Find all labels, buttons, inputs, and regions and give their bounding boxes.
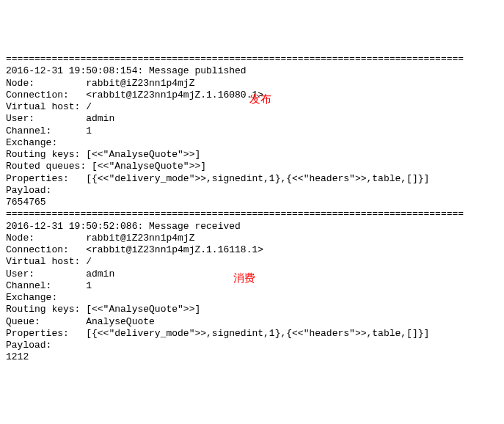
field-line: Node: rabbit@iZ23nn1p4mjZ — [6, 233, 498, 244]
field-line: Payload: — [6, 340, 498, 351]
field-line: Properties: [{<<"delivery_mode">>,signed… — [6, 328, 498, 340]
field-line: User: admin — [6, 113, 498, 125]
field-line: Routing keys: [<<"AnalyseQuote">>] — [6, 304, 498, 315]
payload-line: 7654765 — [6, 197, 498, 208]
event-header-line: 2016-12-31 19:50:08:154: Message publish… — [6, 65, 498, 77]
field-line: Payload: — [6, 185, 498, 197]
field-line: Virtual host: / — [6, 256, 498, 268]
separator-line: ========================================… — [6, 54, 498, 65]
separator-line: ========================================… — [6, 208, 498, 220]
event-header-line: 2016-12-31 19:50:52:086: Message receive… — [6, 221, 498, 233]
field-line: Connection: <rabbit@iZ23nn1p4mjZ.1.16118… — [6, 244, 498, 256]
field-line: Queue: AnalyseQuote — [6, 316, 498, 328]
field-line: Exchange: — [6, 292, 498, 304]
annotation-publish: 发布 — [249, 92, 271, 106]
field-line: Exchange: — [6, 137, 498, 149]
field-line: Routing keys: [<<"AnalyseQuote">>] — [6, 149, 498, 161]
field-line: Routed queues: [<<"AnalyseQuote">>] — [6, 161, 498, 172]
field-line: Properties: [{<<"delivery_mode">>,signed… — [6, 173, 498, 185]
annotation-consume: 消费 — [233, 271, 255, 285]
field-line: Node: rabbit@iZ23nn1p4mjZ — [6, 78, 498, 89]
payload-line: 1212 — [6, 351, 498, 363]
field-line: Channel: 1 — [6, 125, 498, 137]
